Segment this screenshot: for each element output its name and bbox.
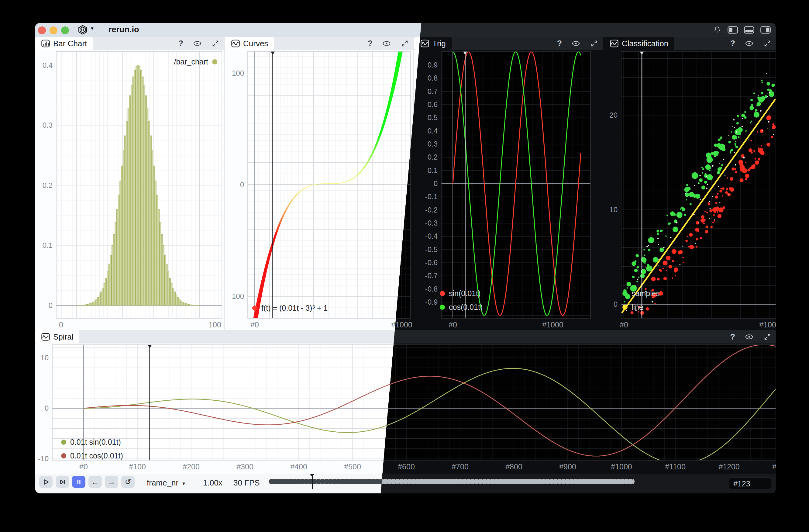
svg-text:#1200: #1200	[719, 462, 740, 471]
bar-chart-plot[interactable]: 0.40.30.20.100100	[35, 50, 224, 330]
timeline-dropdown[interactable]: frame_nr ▼	[147, 478, 186, 487]
traffic-close-button[interactable]	[38, 27, 46, 34]
tab-spiral[interactable]: Spiral	[35, 330, 79, 344]
classification-legend[interactable]: samples line	[622, 289, 660, 312]
svg-text:#800: #800	[505, 462, 522, 471]
playback-controls: ← → ↺	[39, 476, 135, 488]
svg-text:-100: -100	[229, 292, 244, 301]
svg-text:-0.1: -0.1	[425, 192, 437, 201]
legend-dot	[212, 59, 217, 65]
panel-classification: Classification ?	[604, 37, 776, 330]
expand-icon[interactable]	[211, 39, 220, 48]
tab-classification[interactable]: Classification	[604, 37, 674, 50]
eye-icon[interactable]	[382, 39, 391, 48]
tab-bar-chart[interactable]: Bar Chart	[35, 37, 93, 50]
bar-chart-legend[interactable]: /bar_chart	[174, 57, 217, 66]
svg-text:#200: #200	[183, 462, 200, 471]
panel-bottom-toggle-icon[interactable]	[744, 25, 755, 34]
help-icon[interactable]: ?	[368, 39, 373, 48]
svg-text:#100: #100	[129, 462, 146, 471]
trig-tabbar: Trig ?	[414, 37, 603, 50]
rerun-logo-icon[interactable]	[78, 24, 88, 35]
traffic-zoom-button[interactable]	[61, 27, 69, 34]
playback-fps[interactable]: 30 FPS	[234, 478, 260, 487]
expand-icon[interactable]	[763, 332, 772, 341]
eye-icon[interactable]	[572, 39, 580, 48]
svg-text:0.5: 0.5	[428, 114, 437, 122]
line-chart-icon	[420, 39, 429, 48]
classification-plot[interactable]: 20100#0#1000	[604, 50, 776, 330]
svg-text:0.3: 0.3	[428, 140, 437, 148]
timeline-name: frame_nr	[147, 478, 178, 487]
expand-icon[interactable]	[400, 39, 409, 48]
expand-icon[interactable]	[590, 39, 598, 48]
panel-bar-chart: Bar Chart ? 0.4	[35, 37, 224, 330]
svg-text:-0.6: -0.6	[425, 258, 437, 267]
svg-text:#1000: #1000	[611, 462, 632, 471]
svg-text:#500: #500	[344, 462, 361, 471]
svg-text:-0.5: -0.5	[425, 245, 437, 254]
svg-text:-0.2: -0.2	[425, 206, 437, 214]
panel-right-toggle-icon[interactable]	[760, 25, 771, 34]
line-chart-icon	[609, 39, 619, 48]
panel-trig: Trig ? 0.90.80.	[414, 37, 603, 330]
svg-text:#0: #0	[449, 321, 457, 329]
step-forward-button[interactable]: →	[105, 476, 118, 488]
svg-text:0.4: 0.4	[428, 127, 437, 135]
logo-menu-caret-icon[interactable]: ▾	[91, 25, 93, 32]
svg-text:0.8: 0.8	[428, 74, 437, 82]
svg-text:#1000: #1000	[542, 321, 564, 329]
bar-chart-tabbar: Bar Chart ?	[35, 37, 224, 50]
svg-text:-10: -10	[38, 454, 49, 463]
help-icon[interactable]: ?	[178, 39, 184, 48]
svg-text:-0.8: -0.8	[425, 285, 437, 293]
svg-text:0: 0	[49, 301, 53, 309]
legend-dot-samples	[622, 291, 627, 296]
eye-icon[interactable]	[193, 39, 202, 48]
svg-text:#1300: #1300	[772, 462, 776, 471]
play-button[interactable]	[39, 476, 53, 488]
svg-text:0.2: 0.2	[42, 181, 53, 189]
eye-icon[interactable]	[745, 39, 753, 48]
svg-text:0: 0	[59, 321, 63, 329]
pause-button[interactable]	[72, 476, 85, 488]
svg-text:100: 100	[208, 321, 221, 329]
legend-dot-cos	[440, 305, 445, 310]
svg-text:0: 0	[45, 404, 49, 412]
trig-plot[interactable]: 0.90.80.70.60.50.40.30.20.10-0.1-0.2-0.3…	[414, 50, 603, 330]
screenshot-stage: ▾ rerun.io	[0, 0, 809, 532]
svg-text:#0: #0	[79, 462, 88, 471]
legend-label: f(t) = (0.01t - 3)³ + 1	[261, 304, 328, 312]
help-icon[interactable]: ?	[557, 39, 562, 48]
svg-text:0: 0	[434, 179, 437, 188]
playback-speed[interactable]: 1.00x	[203, 478, 222, 487]
trig-legend[interactable]: sin(0.01t) cos(0.01t)	[440, 289, 483, 312]
bar-chart-icon	[41, 39, 50, 48]
tab-label: Bar Chart	[53, 39, 87, 48]
line-chart-icon	[231, 39, 240, 48]
legend-label-samples: samples	[632, 289, 660, 298]
traffic-minimize-button[interactable]	[50, 27, 57, 34]
current-frame-input[interactable]: #123	[729, 478, 771, 489]
tab-curves[interactable]: Curves	[225, 37, 274, 50]
svg-text:0.6: 0.6	[428, 100, 437, 108]
spiral-legend[interactable]: 0.01t sin(0.01t) 0.01t cos(0.01t)	[61, 438, 123, 460]
timeline-playhead[interactable]	[310, 474, 314, 490]
panel-left-toggle-icon[interactable]	[727, 25, 738, 34]
expand-icon[interactable]	[763, 39, 772, 48]
step-to-end-button[interactable]	[56, 476, 69, 488]
bell-icon[interactable]	[713, 25, 722, 34]
eye-icon[interactable]	[745, 332, 753, 341]
svg-text:0.7: 0.7	[428, 87, 437, 96]
curves-plot[interactable]: 1000-100#0#1000	[225, 50, 413, 330]
loop-button[interactable]: ↺	[121, 476, 135, 488]
svg-text:-0.4: -0.4	[425, 232, 437, 240]
help-icon[interactable]: ?	[730, 332, 736, 342]
help-icon[interactable]: ?	[730, 39, 736, 48]
svg-text:0.1: 0.1	[428, 166, 437, 174]
svg-text:10: 10	[40, 354, 49, 362]
svg-text:0: 0	[614, 300, 618, 308]
svg-text:10: 10	[609, 206, 618, 214]
curves-legend[interactable]: f(t) = (0.01t - 3)³ + 1	[252, 304, 328, 312]
step-back-button[interactable]: ←	[88, 476, 102, 488]
